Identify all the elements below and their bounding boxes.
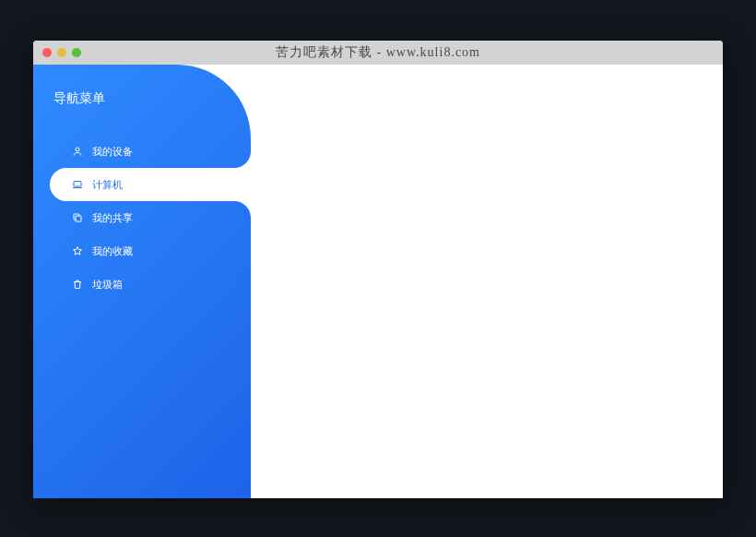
nav-item-trash[interactable]: 垃圾箱 (33, 268, 251, 301)
sidebar-title: 导航菜单 (33, 90, 251, 135)
nav-item-label: 我的收藏 (92, 245, 133, 258)
content-area (251, 65, 723, 498)
nav-item-label: 垃圾箱 (92, 278, 123, 292)
nav-item-label: 计算机 (92, 178, 123, 192)
nav-item-label: 我的设备 (92, 145, 133, 159)
nav-item-share[interactable]: 我的共享 (33, 201, 251, 234)
svg-rect-1 (74, 182, 81, 187)
nav-item-computer[interactable]: 计算机 (50, 168, 251, 201)
nav-item-label: 我的共享 (92, 211, 133, 225)
star-icon (72, 245, 83, 257)
app-window: 苦力吧素材下载 - www.kuli8.com 导航菜单 我的设备 计算机 (33, 41, 723, 498)
trash-icon (72, 279, 83, 290)
laptop-icon (72, 179, 83, 190)
svg-rect-2 (76, 216, 81, 221)
titlebar: 苦力吧素材下载 - www.kuli8.com (33, 41, 723, 65)
sidebar: 导航菜单 我的设备 计算机 (33, 65, 251, 498)
window-body: 导航菜单 我的设备 计算机 (33, 65, 723, 498)
svg-point-0 (76, 148, 79, 151)
nav-list: 我的设备 计算机 我的共享 (33, 135, 251, 301)
copy-icon (72, 212, 83, 223)
nav-item-favorites[interactable]: 我的收藏 (33, 234, 251, 268)
user-icon (72, 146, 83, 157)
traffic-lights (42, 48, 81, 57)
minimize-icon[interactable] (57, 48, 66, 57)
window-title: 苦力吧素材下载 - www.kuli8.com (33, 44, 723, 61)
maximize-icon[interactable] (72, 48, 81, 57)
close-icon[interactable] (42, 48, 52, 57)
